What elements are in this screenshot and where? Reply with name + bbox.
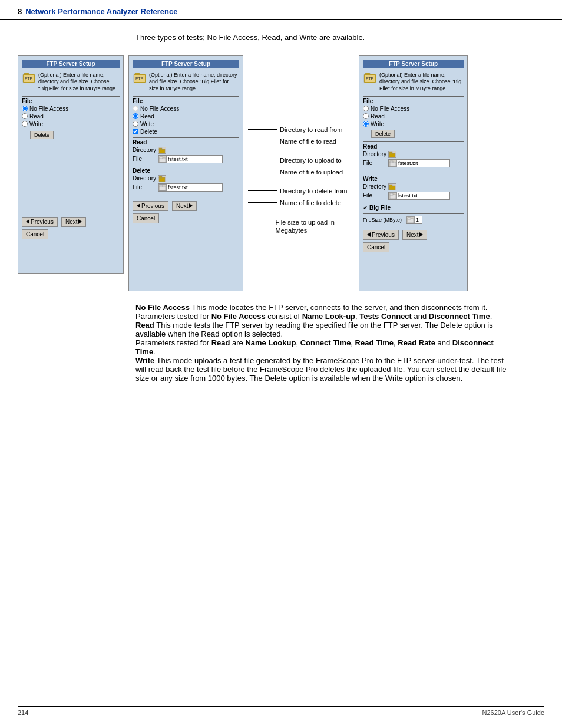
- intro-paragraph: Three types of tests; No File Access, Re…: [135, 33, 365, 42]
- panel1-icon-text: (Optional) Enter a file name, directory …: [38, 72, 120, 93]
- panel1-radio-read-input[interactable]: [22, 113, 28, 119]
- panel2-radio-write-input[interactable]: [133, 121, 138, 127]
- panel3-radio-read: Read: [363, 113, 464, 120]
- panel3-read-file-browse[interactable]: [389, 160, 397, 167]
- panel2-read-file-browse[interactable]: [158, 156, 167, 163]
- callout-7: File size to upload in Megabytes: [248, 218, 354, 235]
- panel1-prev-button[interactable]: Previous: [22, 217, 58, 227]
- panel3-big-file-label: Big File: [369, 205, 391, 211]
- panel3-prev-arrow: [367, 232, 371, 237]
- panel2-read-directory-browse[interactable]: [158, 147, 166, 154]
- panel3-write-directory-label: Directory: [363, 183, 386, 190]
- no-file-access-para: No File Access This mode locates the FTP…: [135, 303, 513, 312]
- panel2-read-label: Read: [140, 113, 154, 120]
- panel2-delete-directory-browse[interactable]: [158, 175, 166, 182]
- panel3-icon: FTP: [363, 72, 377, 86]
- panel2-prev-button[interactable]: Previous: [133, 201, 168, 211]
- panel3-write-directory-browse[interactable]: [388, 183, 396, 190]
- panel3-read-directory-row: Directory: [363, 151, 464, 158]
- params-read-time: Read Time: [355, 338, 394, 347]
- panel1-icon-row: FTP (Optional) Enter a file name, direct…: [22, 72, 120, 93]
- descriptions-area: No File Access This mode locates the FTP…: [135, 303, 513, 383]
- page-number: 8: [18, 7, 22, 16]
- callout-1-text: Directory to read from: [280, 126, 342, 133]
- svg-text:FTP: FTP: [25, 77, 33, 81]
- panel3-radio-write-input[interactable]: [363, 121, 369, 127]
- panel2-prev-arrow: [137, 203, 140, 208]
- panel1-cancel-button[interactable]: Cancel: [22, 229, 48, 239]
- panel3-prev-label: Previous: [372, 232, 395, 238]
- screenshots-area: FTP Server Setup FTP (Optional) Enter a …: [18, 55, 544, 291]
- write-text: This mode uploads a test file generated …: [135, 356, 506, 383]
- callout-6-text: Name of file to delete: [280, 199, 341, 206]
- panel3-write-file-input[interactable]: lstest.txt: [388, 192, 450, 200]
- params-read-rate: Read Rate: [398, 338, 435, 347]
- callout-2: Name of file to read: [248, 138, 354, 145]
- panel2-delete-label: Delete: [140, 129, 157, 135]
- svg-rect-1: [24, 73, 29, 75]
- panel3-radio-read-input[interactable]: [363, 113, 369, 119]
- panel1-next-label: Next: [65, 219, 78, 225]
- panel3-read-label: Read: [371, 113, 385, 120]
- panel2-radio-no-file: No File Access: [133, 106, 239, 112]
- panel3-file-label: File: [363, 96, 464, 104]
- panel2-delete-directory-row: Directory: [133, 175, 239, 182]
- panel1-title: FTP Server Setup: [22, 60, 120, 68]
- params-period1: .: [490, 312, 492, 321]
- panel1-delete-button[interactable]: Delete: [30, 131, 54, 139]
- panel2-read-file-input[interactable]: fstest.txt: [158, 155, 223, 163]
- panel3-write-file-browse[interactable]: [389, 192, 397, 199]
- panel3-write-file-value: lstest.txt: [397, 193, 449, 199]
- svg-rect-21: [389, 152, 392, 154]
- panel3-write-file-row: File lstest.txt: [363, 192, 464, 200]
- callout-5-text: Directory to delete from: [280, 187, 347, 195]
- panel1-prev-label: Previous: [31, 219, 54, 225]
- panel1-radio-write-input[interactable]: [22, 121, 28, 127]
- ftp-panel-3: FTP Server Setup FTP (Optional) Enter a …: [359, 55, 468, 291]
- panel3-cancel-button[interactable]: Cancel: [363, 242, 389, 252]
- panel2-delete-file-input[interactable]: fstest.txt: [158, 183, 223, 192]
- callout-2-text: Name of file to read: [280, 138, 336, 145]
- panel3-file-size-browse[interactable]: [406, 216, 415, 223]
- params-read-are: are: [230, 338, 245, 347]
- panel3-read-section: Read: [363, 141, 464, 150]
- panel3-radio-no-file-input[interactable]: [363, 106, 369, 111]
- ftp-panel-1: FTP Server Setup FTP (Optional) Enter a …: [18, 55, 124, 274]
- panel2-radio-no-file-input[interactable]: [133, 106, 138, 111]
- panel2-icon-row: FTP (Optional) Enter a file name, direct…: [133, 72, 239, 93]
- callouts-column: Directory to read from Name of file to r…: [248, 55, 354, 235]
- panel3-read-file-input[interactable]: fstest.txt: [388, 159, 450, 167]
- params-name-lookup: Name Look-up: [302, 312, 355, 321]
- panel2-delete-file-browse[interactable]: [158, 184, 167, 191]
- no-file-access-text: This mode locates the FTP server, connec…: [191, 303, 487, 312]
- panel3-prev-button[interactable]: Previous: [363, 230, 399, 240]
- panel3-next-button[interactable]: Next: [402, 230, 428, 240]
- panel1-prev-arrow: [26, 219, 29, 224]
- params-disconnect1: Disconnect Time: [429, 312, 490, 321]
- panel3-read-directory-browse[interactable]: [388, 151, 396, 158]
- panel2-no-file-label: No File Access: [140, 106, 179, 112]
- panel1-next-button[interactable]: Next: [61, 217, 87, 227]
- panel1-radio-write: Write: [22, 121, 120, 127]
- page-content: Three types of tests; No File Access, Re…: [0, 32, 562, 400]
- panel1-radio-no-file-input[interactable]: [22, 106, 28, 111]
- panel3-next-arrow: [419, 232, 423, 237]
- panel2-cancel-button[interactable]: Cancel: [133, 213, 159, 223]
- callout-4: Name of file to upload: [248, 169, 354, 176]
- panel2-read-section: Read: [133, 137, 239, 146]
- panel3-delete-button[interactable]: Delete: [371, 130, 395, 138]
- panel2-next-button[interactable]: Next: [172, 201, 197, 211]
- panel1-radio-read: Read: [22, 113, 120, 120]
- ftp-panel-2: FTP Server Setup FTP (Optional) Enter a …: [128, 55, 243, 291]
- panel2-radio-read: Read: [133, 113, 239, 120]
- svg-rect-25: [389, 185, 392, 186]
- panel2-delete-checkbox[interactable]: [133, 129, 138, 134]
- panel3-read-directory-label: Directory: [363, 151, 386, 157]
- panel3-write-file-label: File: [363, 192, 386, 199]
- panel2-radio-read-input[interactable]: [133, 113, 138, 119]
- panel3-file-size-input[interactable]: 1: [406, 216, 422, 224]
- panel2-delete-directory-label: Directory: [133, 175, 156, 182]
- panel3-read-file-value: fstest.txt: [397, 160, 449, 166]
- panel2-read-file-row: File fstest.txt: [133, 155, 239, 163]
- panel3-read-file-label: File: [363, 160, 386, 166]
